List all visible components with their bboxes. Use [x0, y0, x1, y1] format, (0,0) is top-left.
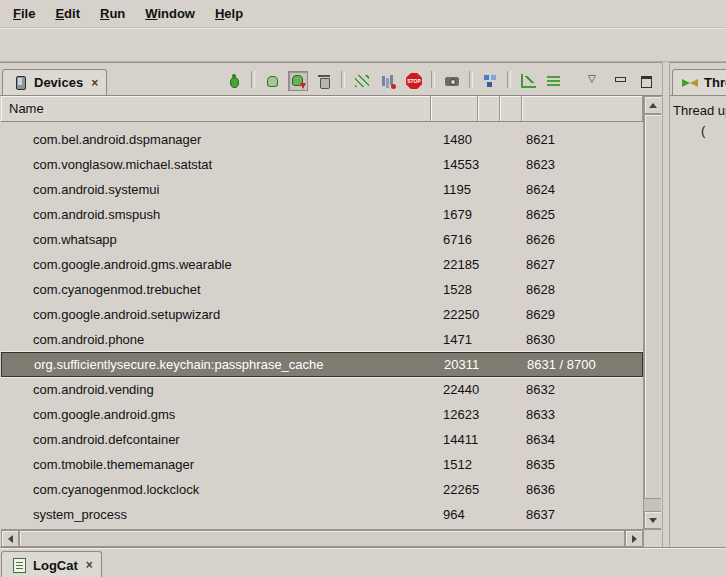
tab-devices[interactable]: Devices ×: [2, 69, 107, 95]
vertical-scrollbar[interactable]: [643, 96, 661, 529]
table-row[interactable]: com.whatsapp67168626: [1, 227, 643, 252]
scroll-right-button[interactable]: [625, 530, 643, 547]
table-row[interactable]: com.cyanogenmod.lockclock222658636: [1, 477, 643, 502]
threads-message-line2: (: [673, 121, 723, 141]
toolbar-separator: [469, 71, 473, 88]
scroll-left-button[interactable]: [1, 530, 19, 547]
menu-run[interactable]: Run: [91, 2, 134, 25]
table-row[interactable]: com.android.phone14718630: [1, 327, 643, 352]
header-cell[interactable]: [431, 96, 478, 121]
update-threads-icon: [353, 72, 371, 90]
maximize-button[interactable]: [636, 71, 656, 91]
view-menu-icon: [585, 72, 603, 90]
table-row[interactable]: com.bel.android.dspmanager14808621: [1, 127, 643, 152]
menu-file[interactable]: File: [4, 2, 44, 25]
process-name: com.android.vending: [1, 382, 431, 397]
table-row[interactable]: com.android.smspush16798625: [1, 202, 643, 227]
process-pid: 1679: [431, 207, 478, 222]
screen-capture-button[interactable]: [442, 71, 462, 91]
process-name: com.bel.android.dspmanager: [1, 132, 431, 147]
method-profiling-icon: [379, 72, 397, 90]
process-port: 8628: [522, 282, 643, 297]
header-cell[interactable]: [522, 96, 643, 121]
process-name: com.tmobile.thememanager: [1, 457, 431, 472]
tab-threads[interactable]: Threads: [672, 69, 726, 95]
header-cell[interactable]: [500, 96, 522, 121]
close-tab-icon[interactable]: ×: [91, 76, 98, 90]
table-row[interactable]: com.cyanogenmod.trebuchet15288628: [1, 277, 643, 302]
process-port: 8631 / 8700: [523, 357, 642, 372]
tab-threads-label: Threads: [704, 75, 726, 90]
process-pid: 1195: [431, 182, 478, 197]
process-name: com.android.defcontainer: [1, 432, 431, 447]
panel-divider[interactable]: [662, 62, 670, 547]
process-port: 8625: [522, 207, 643, 222]
dump-hprof-button[interactable]: [288, 71, 308, 91]
menu-help[interactable]: Help: [206, 2, 252, 25]
table-row[interactable]: org.sufficientlysecure.keychain:passphra…: [1, 352, 643, 377]
toolbar-separator: [341, 71, 345, 88]
process-port: 8636: [522, 482, 643, 497]
header-cell-name[interactable]: Name: [1, 96, 431, 121]
process-pid: 22440: [431, 382, 478, 397]
header-cell[interactable]: [478, 96, 500, 121]
table-row[interactable]: com.google.android.setupwizard222508629: [1, 302, 643, 327]
threads-message: Thread up (: [670, 96, 726, 146]
menu-bar: FileEditRunWindowHelp: [0, 0, 726, 28]
scroll-down-button[interactable]: [644, 511, 661, 529]
process-name: com.google.android.gms.wearable: [1, 257, 431, 272]
devices-tabbar: Devices ×: [0, 63, 662, 96]
close-logcat-icon[interactable]: ×: [86, 558, 93, 572]
update-threads-button[interactable]: [352, 71, 372, 91]
process-pid: 1528: [431, 282, 478, 297]
process-pid: 1512: [431, 457, 478, 472]
arrow-left-icon: [8, 535, 13, 543]
threads-icon: [681, 74, 699, 92]
system-trace-icon: [545, 72, 563, 90]
process-port: 8627: [522, 257, 643, 272]
threads-message-line1: Thread up: [673, 101, 723, 121]
opengl-trace-button[interactable]: [518, 71, 538, 91]
table-row[interactable]: system_process9648637: [1, 502, 643, 527]
stop-process-button[interactable]: [404, 71, 424, 91]
table-row[interactable]: com.google.android.gms126238633: [1, 402, 643, 427]
debug-process-button[interactable]: [224, 71, 244, 91]
update-heap-button[interactable]: [262, 71, 282, 91]
menu-edit[interactable]: Edit: [46, 2, 89, 25]
process-pid: 14411: [431, 432, 478, 447]
process-name: com.android.smspush: [1, 207, 431, 222]
process-name: com.cyanogenmod.trebuchet: [1, 282, 431, 297]
process-port: 8633: [522, 407, 643, 422]
process-pid: 6716: [431, 232, 478, 247]
minimize-button[interactable]: [610, 71, 630, 91]
view-hierarchy-button[interactable]: [480, 71, 500, 91]
menu-window[interactable]: Window: [136, 2, 204, 25]
method-profiling-button[interactable]: [378, 71, 398, 91]
table-row[interactable]: com.google.android.gms.wearable221858627: [1, 252, 643, 277]
process-name: com.google.android.setupwizard: [1, 307, 431, 322]
process-name: com.vonglasow.michael.satstat: [1, 157, 431, 172]
process-name: com.android.phone: [1, 332, 431, 347]
horizontal-scroll-thumb[interactable]: [19, 530, 625, 547]
process-pid: 22185: [431, 257, 478, 272]
cause-gc-button[interactable]: [314, 71, 334, 91]
system-trace-button[interactable]: [544, 71, 564, 91]
arrow-right-icon: [632, 535, 637, 543]
table-row[interactable]: com.android.defcontainer144118634: [1, 427, 643, 452]
view-menu-button[interactable]: [584, 71, 604, 91]
opengl-trace-icon: [519, 72, 537, 90]
ddms-window: FileEditRunWindowHelp Devices × Name com…: [0, 0, 726, 577]
process-name: com.whatsapp: [1, 232, 431, 247]
scroll-up-button[interactable]: [644, 96, 661, 114]
table-row[interactable]: com.android.vending224408632: [1, 377, 643, 402]
horizontal-scrollbar[interactable]: [1, 529, 661, 547]
process-port: 8624: [522, 182, 643, 197]
vertical-scroll-thumb[interactable]: [644, 114, 661, 499]
process-name: org.sufficientlysecure.keychain:passphra…: [2, 357, 432, 372]
device-table-body: com.bel.android.dspmanager14808621com.vo…: [1, 122, 643, 529]
table-row[interactable]: com.android.systemui11958624: [1, 177, 643, 202]
table-row[interactable]: com.vonglasow.michael.satstat145538623: [1, 152, 643, 177]
threads-panel: Threads Thread up (: [670, 62, 726, 547]
tab-logcat[interactable]: LogCat ×: [1, 551, 102, 577]
table-row[interactable]: com.tmobile.thememanager15128635: [1, 452, 643, 477]
